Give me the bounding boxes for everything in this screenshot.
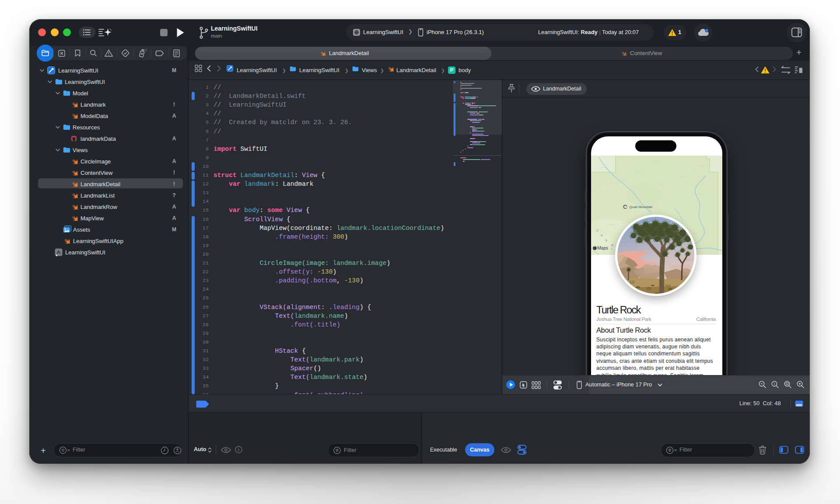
svg-text:1: 1	[774, 382, 775, 385]
svg-text:Maps: Maps	[597, 245, 608, 250]
svg-text:Quail Mountain: Quail Mountain	[629, 205, 653, 209]
